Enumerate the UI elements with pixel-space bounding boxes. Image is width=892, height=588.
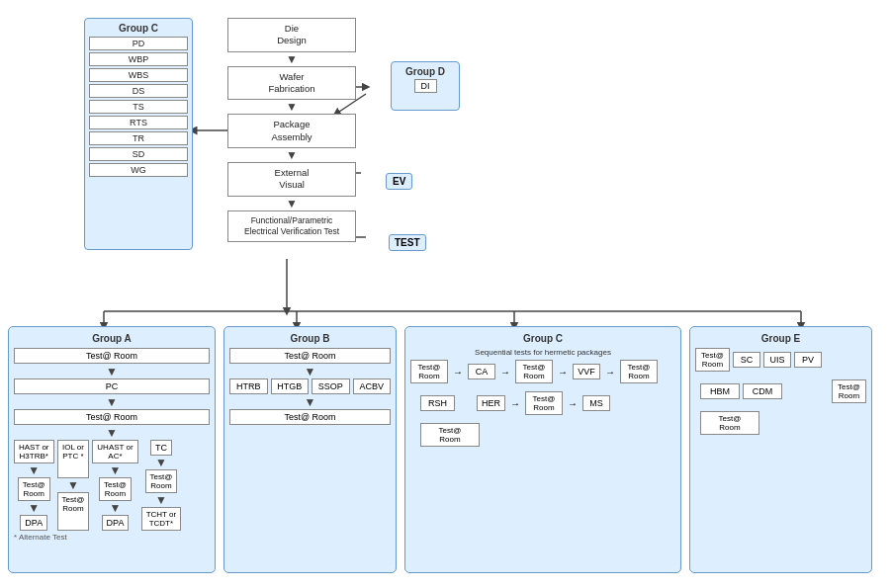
functional-test-box: Functional/ParametricElectrical Verifica…	[227, 210, 356, 242]
ga-col-tc: TC ▼ Test@Room ▼ TCHT orTCDT*	[141, 440, 182, 531]
ge-hbm: HBM	[700, 383, 740, 399]
gb-test-room-2: Test@ Room	[229, 409, 391, 425]
ga-test-r3: Test@Room	[18, 477, 50, 501]
gc-test-3: Test@Room	[620, 360, 658, 383]
gb-arrow-2: ▼	[229, 396, 391, 408]
gc-arr-5: →	[510, 398, 520, 409]
group-b: Group B Test@ Room ▼ HTRB HTGB SSOP ACBV…	[223, 326, 397, 573]
ga-test-r4: Test@Room	[57, 492, 90, 531]
package-assembly-box: PackageAssembly	[227, 114, 356, 148]
ga-note: * Alternate Test	[14, 533, 210, 542]
group-c-top: Group C PD WBP WBS DS TS RTS TR SD WG	[84, 18, 193, 250]
ga-uhast: UHAST orAC*	[92, 440, 137, 463]
ga-arrow-u2: ▼	[110, 502, 122, 514]
gc-test-1: Test@Room	[410, 360, 448, 383]
ga-iol: IOL orPTC *	[57, 440, 89, 478]
ge-test-3: Test@Room	[832, 379, 866, 403]
gc-arr-3: →	[558, 367, 568, 378]
gc-test-5: Test@Room	[420, 423, 480, 447]
arrow-4: ▼	[286, 198, 298, 210]
item-tr: TR	[89, 131, 188, 145]
group-a-title: Group A	[14, 333, 210, 344]
group-c-bottom: Group C Sequential tests for hermetic pa…	[404, 326, 681, 573]
gc-ms: MS	[582, 395, 610, 411]
ga-hast: HAST orH3TRB*	[14, 440, 54, 463]
ge-row1: Test@Room SC UIS PV	[695, 348, 866, 372]
ga-dpa1: DPA	[20, 515, 47, 531]
ga-arrow-1: ▼	[14, 366, 210, 378]
ga-test-room-1: Test@ Room	[14, 348, 210, 364]
gb-test-room-1: Test@ Room	[229, 348, 391, 364]
group-c-bot-title: Group C	[410, 333, 675, 344]
gc-her: HER	[477, 395, 505, 411]
gb-htgb: HTGB	[271, 378, 310, 394]
arrow-2: ▼	[286, 101, 298, 113]
ga-test-r6: Test@Room	[145, 469, 178, 493]
arrow-1: ▼	[286, 53, 298, 65]
ge-test-2: Test@Room	[700, 411, 759, 435]
gb-acbv: ACBV	[353, 378, 392, 394]
ev-badge: EV	[386, 173, 412, 190]
gc-row1: Test@Room → CA → Test@Room → VVF → Test@…	[410, 360, 675, 383]
ga-arrow-3: ▼	[14, 427, 210, 439]
ga-test-room-2: Test@ Room	[14, 409, 210, 425]
ge-sc: SC	[733, 352, 760, 368]
diagram-container: Group C PD WBP WBS DS TS RTS TR SD WG Di…	[0, 0, 892, 588]
ga-tc: TC	[150, 440, 172, 456]
group-e: Group E Test@Room SC UIS PV HBM CDM Test…	[689, 326, 872, 573]
ga-arrow-tc: ▼	[155, 457, 167, 468]
die-design-box: DieDesign	[227, 18, 356, 52]
gc-bot-note: Sequential tests for hermetic packages	[410, 348, 675, 357]
item-ts: TS	[89, 100, 188, 114]
group-d: Group D DI	[391, 61, 460, 111]
gb-ssop: SSOP	[312, 378, 350, 394]
ge-uis: UIS	[763, 352, 791, 368]
ga-tcht: TCHT orTCDT*	[141, 507, 182, 531]
ga-arrow-tc2: ▼	[155, 494, 167, 506]
test-badge: TEST	[389, 234, 426, 251]
gc-test-4: Test@Room	[525, 391, 563, 415]
wafer-fab-box: WaferFabrication	[227, 66, 356, 101]
ga-pc: PC	[14, 378, 210, 394]
gb-arrow-1: ▼	[229, 366, 391, 378]
gb-htrb: HTRB	[229, 378, 268, 394]
group-b-title: Group B	[229, 333, 391, 344]
ga-arrow-2: ▼	[14, 396, 210, 408]
gc-row2: RSH HER → Test@Room → MS	[420, 391, 675, 415]
group-e-title: Group E	[695, 333, 866, 344]
external-visual-box: ExternalVisual	[227, 162, 356, 197]
ga-arrow-h2: ▼	[28, 502, 40, 514]
ga-col-hast: HAST orH3TRB* ▼ Test@Room ▼ DPA	[14, 440, 54, 531]
gc-arr-1: →	[453, 367, 463, 378]
group-d-di: DI	[414, 79, 437, 93]
ge-test-1: Test@Room	[695, 348, 730, 372]
item-rts: RTS	[89, 116, 188, 129]
group-c-top-label: Group C	[89, 23, 188, 34]
bottom-section: Group A Test@ Room ▼ PC ▼ Test@ Room ▼ H…	[8, 326, 880, 573]
ge-cdm: CDM	[743, 383, 782, 399]
ga-col-uhast: UHAST orAC* ▼ Test@Room ▼ DPA	[92, 440, 137, 531]
gc-arr-6: →	[568, 398, 578, 409]
ga-branch-row: HAST orH3TRB* ▼ Test@Room ▼ DPA IOL orPT…	[14, 440, 210, 531]
gc-ca: CA	[468, 364, 495, 379]
ga-arrow-h: ▼	[28, 464, 40, 476]
gc-arr-4: →	[605, 367, 615, 378]
arrow-3: ▼	[286, 149, 298, 161]
item-wbs: WBS	[89, 68, 188, 82]
item-wg: WG	[89, 163, 188, 177]
gc-rsh: RSH	[420, 395, 455, 411]
ga-arrow-u: ▼	[110, 464, 122, 476]
group-d-label: Group D	[405, 66, 445, 77]
center-flow: DieDesign ▼ WaferFabrication ▼ PackageAs…	[232, 18, 351, 242]
gb-row1: HTRB HTGB SSOP ACBV	[229, 378, 391, 394]
ge-row2: HBM CDM Test@Room	[700, 379, 866, 403]
ga-test-r5: Test@Room	[99, 477, 132, 501]
gc-arr-2: →	[500, 367, 510, 378]
gc-vvf: VVF	[573, 364, 600, 379]
item-wbp: WBP	[89, 52, 188, 66]
item-ds: DS	[89, 84, 188, 98]
group-a: Group A Test@ Room ▼ PC ▼ Test@ Room ▼ H…	[8, 326, 216, 573]
item-pd: PD	[89, 37, 188, 50]
ge-pv: PV	[794, 352, 822, 368]
gc-test-2: Test@Room	[515, 360, 553, 383]
